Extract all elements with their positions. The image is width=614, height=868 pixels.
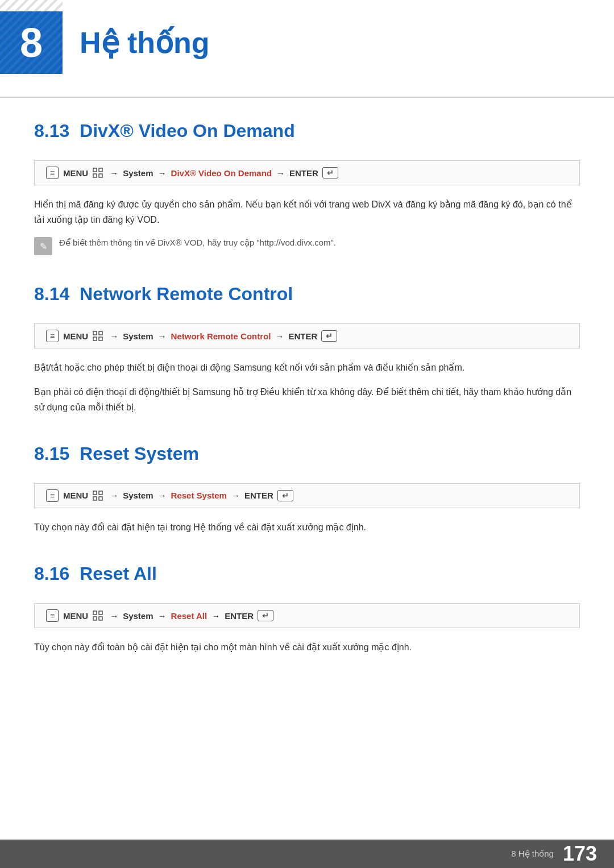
- svg-rect-14: [93, 617, 97, 620]
- body-text-8-16-0: Tùy chọn này đổi toàn bộ cài đặt hiện tạ…: [34, 639, 580, 655]
- section-8-16: 8.16 Reset All MENU → System → Reset All…: [34, 563, 580, 655]
- chapter-title: Hệ thống: [80, 26, 210, 60]
- svg-rect-12: [93, 611, 97, 614]
- section-8-14: 8.14 Network Remote Control MENU → Syste…: [34, 284, 580, 415]
- grid-icon-4: [92, 610, 103, 621]
- menu-icon-4: [46, 609, 59, 622]
- note-box-8-13: Để biết thêm thông tin về DivX® VOD, hãy…: [34, 236, 580, 255]
- note-icon: [34, 237, 52, 255]
- footer-page-number: 173: [563, 844, 597, 864]
- svg-rect-11: [99, 497, 102, 500]
- svg-rect-2: [93, 174, 97, 177]
- svg-rect-5: [99, 331, 102, 335]
- svg-rect-13: [99, 611, 102, 614]
- section-8-13: 8.13 DivX® Video On Demand MENU → System…: [34, 121, 580, 255]
- grid-icon: [92, 167, 103, 178]
- grid-icon-2: [92, 330, 103, 342]
- body-text-8-14-1: Bạn phải có điện thoại di động/thiết bị …: [34, 384, 580, 415]
- svg-rect-4: [93, 331, 97, 335]
- svg-rect-1: [99, 168, 102, 172]
- enter-icon: [322, 167, 338, 178]
- menu-icon-2: [46, 330, 59, 342]
- svg-rect-7: [99, 337, 102, 340]
- body-text-8-14-0: Bật/tắt hoặc cho phép thiết bị điện thoạ…: [34, 360, 580, 375]
- section-heading-8-15: 8.15 Reset System: [34, 443, 580, 469]
- svg-rect-6: [93, 337, 97, 340]
- svg-rect-15: [99, 617, 102, 620]
- menu-path-8-16: MENU → System → Reset All → ENTER: [34, 603, 580, 628]
- enter-icon-4: [258, 610, 273, 621]
- section-heading-8-16: 8.16 Reset All: [34, 563, 580, 589]
- grid-icon-3: [92, 490, 103, 501]
- menu-path-8-13: MENU → System → DivX® Video On Demand → …: [34, 160, 580, 185]
- chapter-number: 8: [20, 22, 43, 63]
- chapter-header: 8 Hệ thống: [0, 0, 614, 98]
- page-footer: 8 Hệ thống 173: [0, 840, 614, 868]
- svg-rect-3: [99, 174, 102, 177]
- menu-icon-3: [46, 489, 59, 502]
- chapter-number-block: 8: [0, 11, 63, 74]
- footer-chapter-label: 8 Hệ thống: [511, 849, 554, 859]
- enter-icon-2: [321, 330, 337, 342]
- section-heading-8-14: 8.14 Network Remote Control: [34, 284, 580, 309]
- main-content: 8.13 DivX® Video On Demand MENU → System…: [0, 121, 614, 717]
- section-heading-8-13: 8.13 DivX® Video On Demand: [34, 121, 580, 146]
- svg-rect-10: [93, 497, 97, 500]
- menu-path-8-15: MENU → System → Reset System → ENTER: [34, 483, 580, 508]
- menu-icon: [46, 167, 59, 179]
- svg-rect-0: [93, 168, 97, 172]
- note-text-8-13: Để biết thêm thông tin về DivX® VOD, hãy…: [59, 236, 336, 250]
- enter-icon-3: [277, 490, 293, 501]
- body-text-8-15-0: Tùy chọn này đổi cài đặt hiện tại trong …: [34, 520, 580, 535]
- menu-path-8-14: MENU → System → Network Remote Control →…: [34, 323, 580, 348]
- body-text-8-13-0: Hiển thị mã đăng ký được ủy quyền cho sả…: [34, 197, 580, 227]
- section-8-15: 8.15 Reset System MENU → System → Reset …: [34, 443, 580, 535]
- svg-rect-9: [99, 491, 102, 495]
- svg-rect-8: [93, 491, 97, 495]
